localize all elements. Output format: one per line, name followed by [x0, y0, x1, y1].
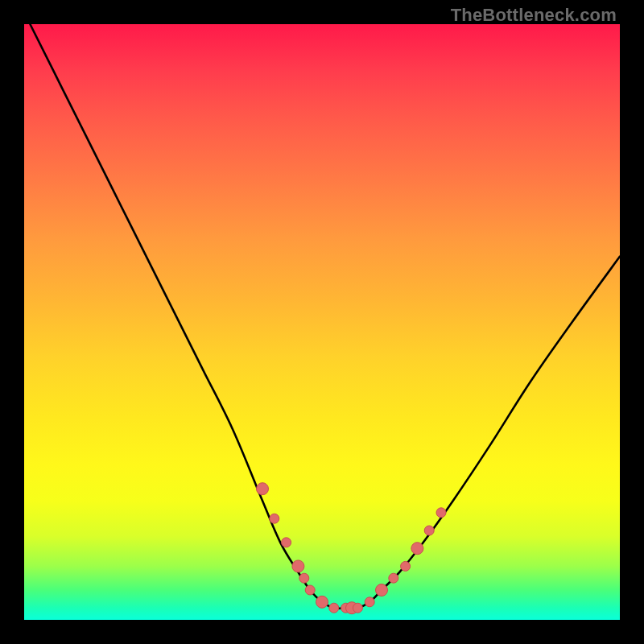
marker-dot — [411, 543, 423, 555]
marker-dot — [376, 584, 388, 597]
marker-dot — [299, 573, 309, 583]
marker-dot — [305, 585, 315, 595]
plot-area — [24, 24, 620, 620]
marker-dot — [292, 560, 304, 572]
marker-dot — [316, 596, 328, 608]
curve-markers — [257, 483, 447, 614]
chart-frame: TheBottleneck.com — [0, 0, 644, 644]
marker-dot — [389, 573, 398, 583]
marker-dot — [282, 538, 291, 547]
marker-dot — [270, 514, 279, 523]
curve-line — [30, 24, 620, 609]
marker-dot — [365, 597, 374, 607]
marker-dot — [401, 561, 411, 571]
marker-dot — [353, 603, 362, 613]
marker-dot — [257, 483, 269, 495]
marker-dot — [424, 526, 434, 535]
chart-svg — [24, 24, 620, 620]
watermark-text: TheBottleneck.com — [451, 5, 617, 26]
marker-dot — [436, 508, 446, 518]
marker-dot — [329, 603, 339, 613]
